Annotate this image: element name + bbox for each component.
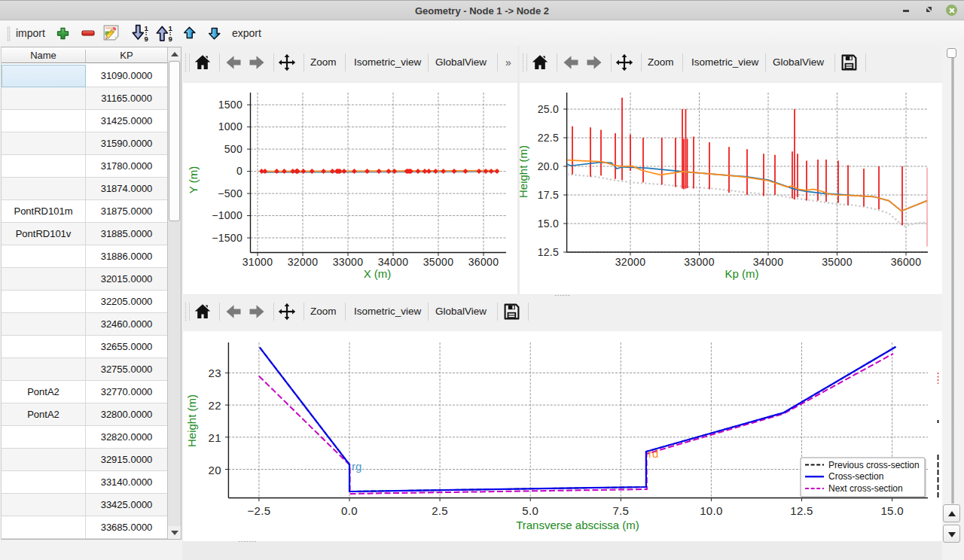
svg-text:Kp (m): Kp (m) — [725, 267, 759, 280]
svg-text:500: 500 — [224, 143, 243, 155]
svg-text:0.0: 0.0 — [341, 504, 358, 517]
svg-text:35000: 35000 — [423, 256, 453, 268]
svg-text:15.0: 15.0 — [880, 504, 903, 517]
svg-text:rg: rg — [352, 460, 362, 473]
svg-text:34000: 34000 — [378, 256, 408, 268]
svg-text:12.5: 12.5 — [538, 246, 559, 258]
svg-text:Next cross-section: Next cross-section — [828, 483, 903, 494]
svg-text:1: 1 — [169, 24, 173, 32]
svg-text:36000: 36000 — [468, 256, 499, 268]
svg-text:0: 0 — [236, 165, 243, 177]
svg-text:10.0: 10.0 — [700, 504, 722, 517]
svg-text:2.5: 2.5 — [432, 504, 448, 517]
svg-text:−2.5: −2.5 — [247, 504, 270, 517]
svg-text:33000: 33000 — [684, 256, 714, 268]
svg-text:Height (m): Height (m) — [520, 145, 529, 198]
svg-text:33000: 33000 — [333, 256, 363, 268]
svg-text:15.0: 15.0 — [538, 218, 559, 230]
svg-text:35000: 35000 — [822, 256, 852, 268]
svg-text:Previous cross-section: Previous cross-section — [828, 460, 920, 470]
svg-text:36000: 36000 — [891, 256, 921, 268]
svg-text:−1000: −1000 — [212, 209, 243, 221]
svg-text:−1500: −1500 — [212, 232, 243, 244]
svg-text:22: 22 — [209, 399, 221, 412]
svg-text:rd: rd — [648, 447, 658, 460]
svg-text:22.5: 22.5 — [538, 132, 559, 144]
svg-text:34000: 34000 — [753, 256, 783, 268]
svg-text:9: 9 — [145, 35, 148, 43]
svg-text:7.5: 7.5 — [612, 504, 629, 517]
svg-text:25.0: 25.0 — [538, 103, 559, 115]
svg-text:Cross-section: Cross-section — [828, 471, 883, 482]
svg-text:21: 21 — [209, 431, 221, 444]
svg-text:9: 9 — [169, 35, 172, 43]
svg-text:−500: −500 — [218, 187, 243, 199]
svg-text:20: 20 — [209, 464, 221, 476]
svg-text:31000: 31000 — [243, 256, 273, 268]
svg-text:Transverse abscissa (m): Transverse abscissa (m) — [516, 519, 639, 531]
svg-text:1: 1 — [145, 24, 149, 32]
svg-text:12.5: 12.5 — [790, 504, 813, 517]
svg-text:1000: 1000 — [218, 120, 243, 132]
svg-text:32000: 32000 — [615, 256, 645, 268]
svg-text:32000: 32000 — [288, 256, 318, 268]
svg-text:1500: 1500 — [218, 99, 243, 111]
svg-text:23: 23 — [209, 367, 221, 379]
svg-text:5.0: 5.0 — [522, 504, 538, 517]
svg-text:20.0: 20.0 — [538, 160, 559, 172]
svg-text:X (m): X (m) — [364, 267, 392, 280]
svg-text:17.5: 17.5 — [538, 189, 559, 201]
svg-text:Y (m): Y (m) — [187, 166, 200, 193]
svg-text:Height (m): Height (m) — [185, 394, 198, 447]
